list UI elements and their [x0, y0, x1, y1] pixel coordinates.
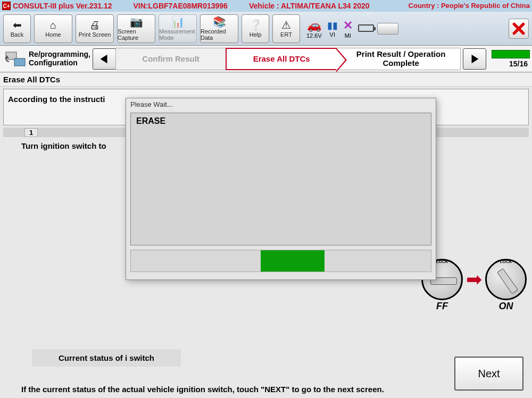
warning-icon: ⚠ [281, 20, 291, 30]
ert-button[interactable]: ⚠ ERT [272, 14, 300, 43]
screen-capture-button[interactable]: 📷 Screen Capture [117, 14, 155, 43]
modal-progress-bar [130, 250, 431, 272]
print-label: Print Screen [79, 31, 111, 38]
app-title: CONSULT-III plus Ver.231.12 [13, 2, 112, 10]
status-icons: 🚗 12.6V ▮▮ VI ✕ MI [306, 19, 374, 39]
home-button[interactable]: ⌂ Home [34, 14, 72, 43]
dial-off-label: FF [421, 301, 463, 312]
mi-label: MI [343, 32, 353, 39]
help-button[interactable]: ❔ Help [242, 14, 269, 43]
step-erase-all-dtcs[interactable]: Erase All DTCs [226, 48, 337, 70]
triangle-left-icon [98, 53, 110, 65]
step-print-result[interactable]: Print Result / Operation Complete [337, 48, 461, 70]
capture-label: Screen Capture [118, 28, 155, 41]
modal-progress-chunk [261, 250, 325, 272]
flow-next-button[interactable] [463, 48, 486, 70]
help-label: Help [250, 31, 262, 38]
back-button[interactable]: ⬅ Back [3, 14, 31, 43]
home-label: Home [45, 31, 61, 38]
back-label: Back [11, 31, 23, 38]
main-toolbar: ⬅ Back ⌂ Home 🖨 Print Screen 📷 Screen Ca… [0, 12, 532, 46]
battery-icon [358, 24, 374, 32]
dial-lock-label-2: LOCK [500, 259, 512, 264]
vi-icon: ▮▮ [327, 20, 338, 31]
close-icon [512, 22, 526, 36]
vin-text: VIN:LGBF7AE08MR013996 [133, 2, 227, 10]
country-text: Country : People's Republic of China [409, 2, 530, 10]
measurement-mode-button[interactable]: 📊 Measurement Mode [159, 14, 197, 43]
recorded-data-button[interactable]: 📚 Recorded Data [200, 14, 238, 43]
flow-prev-button[interactable] [93, 48, 116, 70]
svg-rect-1 [14, 58, 25, 66]
ignition-status-box: Current status of i switch [32, 349, 181, 367]
ert-label: ERT [280, 31, 292, 38]
camera-icon: 📷 [130, 16, 143, 27]
vi-label: VI [327, 31, 338, 38]
next-button[interactable]: Next [454, 357, 523, 391]
svg-marker-3 [101, 54, 107, 63]
ignition-dial-row: LOCK FF ➡ LOCK ON [421, 259, 527, 300]
svg-marker-4 [471, 54, 478, 63]
step-confirm-result[interactable]: Confirm Result [115, 48, 226, 70]
flow-bar: Re/programming, Configuration Confirm Re… [0, 46, 532, 72]
folder-icon: 📚 [213, 16, 226, 27]
modal-body: ERASE [130, 113, 431, 245]
section-title: Erase All DTCs [0, 72, 532, 87]
please-wait-modal: Please Wait... ERASE [126, 98, 436, 280]
measure-label: Measurement Mode [159, 28, 196, 41]
print-screen-button[interactable]: 🖨 Print Screen [76, 14, 114, 43]
ignition-dial-on-icon: LOCK [485, 259, 527, 300]
close-button[interactable] [509, 19, 529, 39]
back-arrow-icon: ⬅ [13, 20, 22, 30]
gauge-icon: 📊 [171, 16, 185, 27]
voltage-label: 12.6V [306, 32, 322, 39]
help-icon: ❔ [249, 20, 262, 30]
step-number: 1 [24, 128, 38, 137]
mi-x-icon: ✕ [343, 19, 353, 32]
progress-text: 15/16 [509, 60, 530, 68]
recorded-label: Recorded Data [201, 28, 238, 41]
car-icon: 🚗 [306, 19, 322, 32]
progress-bar [492, 50, 530, 58]
triangle-right-icon [469, 53, 480, 65]
minimize-button[interactable] [377, 23, 398, 35]
reprogramming-icon [2, 48, 29, 70]
red-arrow-icon: ➡ [466, 268, 482, 291]
modal-title: Please Wait... [126, 98, 436, 111]
flow-mode-label: Re/programming, Configuration [29, 50, 93, 67]
dial-on-label: ON [485, 301, 527, 312]
header-bar: C+ CONSULT-III plus Ver.231.12 VIN:LGBF7… [0, 0, 532, 12]
final-instruction-text: If the current status of the actual vehi… [21, 384, 511, 395]
progress-indicator: 15/16 [489, 48, 530, 70]
home-icon: ⌂ [50, 20, 56, 30]
printer-icon: 🖨 [89, 20, 100, 30]
dial-lock-label: LOCK [436, 259, 448, 264]
app-badge-icon: C+ [2, 2, 11, 10]
vehicle-text: Vehicle : ALTIMA/TEANA L34 2020 [249, 2, 409, 10]
